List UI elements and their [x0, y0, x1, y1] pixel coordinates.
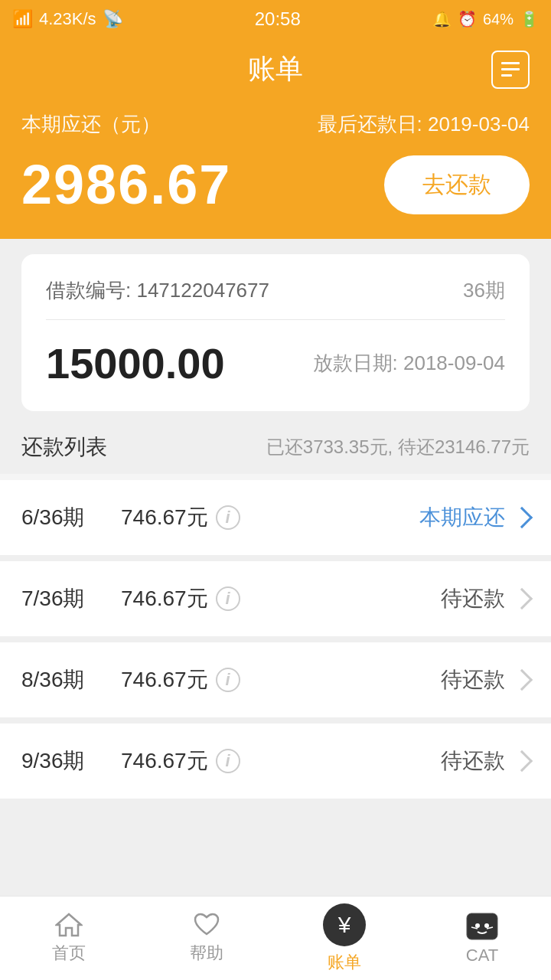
amount-row: 2986.67 去还款: [21, 153, 530, 216]
chevron-icon-7: [511, 588, 533, 609]
info-icon-9[interactable]: i: [216, 749, 240, 773]
page-title: 账单: [21, 51, 530, 88]
nav-home-label: 首页: [52, 942, 86, 965]
repay-item-8[interactable]: 8/36期 746.67元 i 待还款: [0, 642, 551, 717]
repay-status-wrap-6: 本期应还: [419, 503, 530, 532]
repay-status-wrap-9: 待还款: [441, 746, 530, 776]
repay-item-7[interactable]: 7/36期 746.67元 i 待还款: [0, 561, 551, 636]
battery-percent: 64%: [483, 11, 514, 28]
battery-icon: 🔋: [520, 10, 539, 28]
network-speed: 4.23K/s: [39, 9, 96, 29]
repay-status-wrap-8: 待还款: [441, 665, 530, 694]
repay-amount-wrap-8: 746.67元 i: [121, 665, 441, 694]
repay-list-title: 还款列表: [21, 433, 107, 462]
repay-amount-wrap-7: 746.67元 i: [121, 584, 441, 613]
repay-period-7: 7/36期: [21, 584, 121, 613]
info-icon-7[interactable]: i: [216, 586, 240, 611]
home-icon: [55, 913, 83, 937]
bell-icon: 🔔: [432, 10, 452, 28]
repay-item-6[interactable]: 6/36期 746.67元 i 本期应还: [0, 480, 551, 555]
nav-cat[interactable]: CAT: [413, 912, 551, 965]
repay-status-wrap-7: 待还款: [441, 584, 530, 613]
chevron-icon-8: [511, 669, 533, 691]
loan-date: 放款日期: 2018-09-04: [313, 350, 505, 377]
svg-rect-2: [501, 74, 512, 77]
repay-amount-wrap-6: 746.67元 i: [121, 503, 419, 532]
loan-amount: 15000.00: [46, 338, 225, 388]
nav-home[interactable]: 首页: [0, 913, 138, 965]
wifi-icon: 📡: [103, 9, 123, 29]
loan-card-wrapper: 借款编号: 147122047677 36期 15000.00 放款日期: 20…: [0, 239, 551, 411]
repay-status-7: 待还款: [441, 584, 505, 613]
status-right: 🔔 ⏰ 64% 🔋: [432, 10, 539, 28]
signal-strength: 📶: [12, 9, 33, 29]
pay-button[interactable]: 去还款: [384, 155, 530, 214]
loan-card-header: 借款编号: 147122047677 36期: [46, 277, 505, 320]
nav-bill-label: 账单: [328, 951, 361, 974]
info-icon-8[interactable]: i: [216, 668, 240, 692]
bottom-nav: 首页 帮助 ¥ 账单 CAT: [0, 896, 551, 980]
repay-amount-9: 746.67元: [121, 746, 208, 776]
repay-amount-wrap-9: 746.67元 i: [121, 746, 441, 776]
nav-help-label: 帮助: [190, 942, 223, 965]
repay-period-6: 6/36期: [21, 503, 121, 532]
svg-rect-0: [501, 62, 520, 64]
info-icon-6[interactable]: i: [216, 505, 240, 530]
receipt-icon[interactable]: [491, 51, 530, 89]
repay-amount-6: 746.67元: [121, 503, 208, 532]
nav-bill[interactable]: ¥ 账单: [276, 903, 413, 974]
due-amount: 2986.67: [21, 153, 231, 216]
status-bar: 📶 4.23K/s 📡 20:58 🔔 ⏰ 64% 🔋: [0, 0, 551, 38]
status-time: 20:58: [255, 8, 301, 30]
repay-status-6: 本期应还: [419, 503, 505, 532]
page-header: 账单 本期应还（元） 最后还款日: 2019-03-04 2986.67 去还款: [0, 38, 551, 239]
svg-point-6: [475, 923, 480, 928]
loan-period: 36期: [463, 277, 505, 304]
repay-amount-8: 746.67元: [121, 665, 208, 694]
status-left: 📶 4.23K/s 📡: [12, 9, 123, 29]
repay-list: 6/36期 746.67元 i 本期应还 7/36期 746.67元 i 待还款…: [0, 480, 551, 897]
repay-item-9[interactable]: 9/36期 746.67元 i 待还款: [0, 724, 551, 799]
repay-period-9: 9/36期: [21, 746, 121, 776]
loan-card: 借款编号: 147122047677 36期 15000.00 放款日期: 20…: [21, 254, 530, 411]
svg-rect-1: [501, 68, 520, 70]
chevron-icon-9: [511, 750, 533, 772]
cat-icon: [465, 912, 499, 941]
loan-card-body: 15000.00 放款日期: 2018-09-04: [46, 320, 505, 388]
yuan-icon: ¥: [323, 903, 366, 946]
due-amount-label: 本期应还（元）: [21, 111, 161, 138]
repay-status-9: 待还款: [441, 746, 505, 776]
header-meta: 本期应还（元） 最后还款日: 2019-03-04: [21, 111, 530, 138]
due-date: 最后还款日: 2019-03-04: [318, 111, 530, 138]
alarm-icon: ⏰: [458, 10, 477, 28]
loan-number: 借款编号: 147122047677: [46, 277, 269, 304]
nav-help[interactable]: 帮助: [138, 913, 276, 965]
chevron-icon-6: [511, 507, 533, 528]
repay-list-header: 还款列表 已还3733.35元, 待还23146.77元: [0, 411, 551, 474]
repay-status-8: 待还款: [441, 665, 505, 694]
repay-amount-7: 746.67元: [121, 584, 208, 613]
nav-cat-label: CAT: [466, 946, 498, 965]
repay-period-8: 8/36期: [21, 665, 121, 694]
svg-point-7: [484, 923, 489, 928]
heart-icon: [193, 913, 220, 937]
repay-summary: 已还3733.35元, 待还23146.77元: [266, 435, 530, 459]
